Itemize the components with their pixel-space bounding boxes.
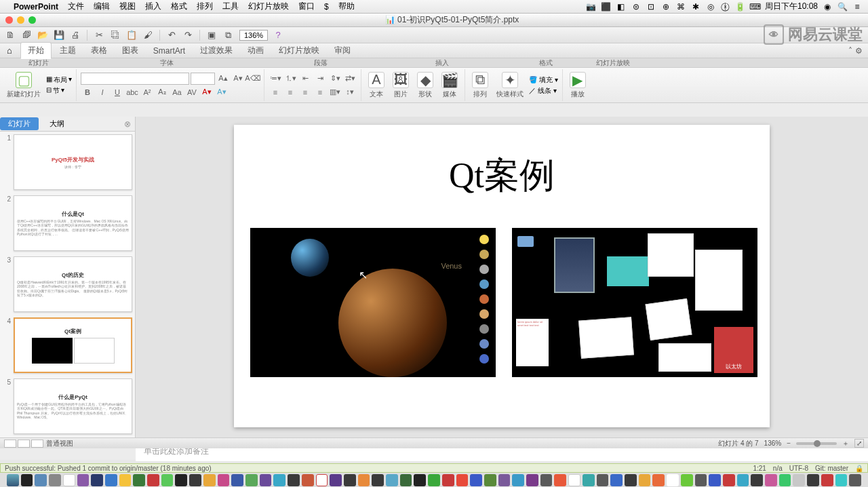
app-icon[interactable] <box>245 474 258 486</box>
app-icon[interactable] <box>189 474 201 486</box>
quickstyle-button[interactable]: ✦快速样式 <box>494 71 526 100</box>
highlight-button[interactable]: Aa <box>170 86 184 98</box>
app-icon[interactable] <box>260 474 272 486</box>
sorter-view-button[interactable] <box>18 440 30 448</box>
spotlight-icon[interactable]: 🔍 <box>837 1 848 12</box>
maximize-button[interactable] <box>28 16 36 24</box>
menu-tools[interactable]: 工具 <box>222 1 239 12</box>
app-icon[interactable] <box>610 474 623 486</box>
zoom-selector[interactable]: 136% <box>239 30 268 41</box>
fill-button[interactable]: 🪣 填充 ▾ <box>529 75 558 85</box>
status-icon[interactable]: ✱ <box>690 1 701 12</box>
paste-icon[interactable]: 📋 <box>125 29 138 41</box>
grow-font-icon[interactable]: A▴ <box>216 73 230 85</box>
bold-button[interactable]: B <box>81 86 94 98</box>
tab-review[interactable]: 审阅 <box>328 43 357 58</box>
play-button[interactable]: ▶播放 <box>567 71 589 100</box>
app-icon[interactable] <box>203 474 216 486</box>
copy-icon[interactable]: ⿻ <box>109 29 121 41</box>
app-icon[interactable] <box>470 474 482 486</box>
outdent-button[interactable]: ⇤ <box>298 73 312 85</box>
menu-arrange[interactable]: 排列 <box>197 1 213 12</box>
trash-icon[interactable] <box>849 474 861 486</box>
slide-title[interactable]: Qt案例 <box>234 152 770 199</box>
app-icon[interactable] <box>288 474 300 486</box>
undo-icon[interactable]: ↶ <box>165 29 178 41</box>
menu-insert[interactable]: 插入 <box>145 1 161 12</box>
cut-icon[interactable]: ✂ <box>93 29 105 41</box>
app-icon[interactable] <box>442 474 454 486</box>
settings-icon[interactable]: ⚙ <box>855 46 863 56</box>
thumbnails[interactable]: 1PyQt5开发与实战讲师：李宁 2什么是Qt使用C++语言编写的跨平台GUI库… <box>0 132 135 437</box>
app-name[interactable]: PowerPoint <box>14 2 58 12</box>
zoom-out-button[interactable]: − <box>787 440 791 447</box>
app-icon[interactable] <box>835 474 848 486</box>
picture-button[interactable]: 🖼图片 <box>390 71 412 100</box>
status-icon[interactable]: ⬛ <box>601 1 612 12</box>
save-icon[interactable]: 💾 <box>53 29 65 41</box>
app-icon[interactable] <box>639 474 651 486</box>
direction-button[interactable]: ⇄▾ <box>343 73 357 85</box>
menu-format[interactable]: 格式 <box>171 1 187 12</box>
new-icon[interactable]: 🗎 <box>4 29 16 41</box>
app-icon[interactable] <box>554 474 566 486</box>
menu-script[interactable]: $ <box>324 2 329 12</box>
format-painter-icon[interactable]: 🖌 <box>142 29 154 41</box>
menu-window[interactable]: 窗口 <box>298 1 315 12</box>
app-icon[interactable] <box>681 474 693 486</box>
text-button[interactable]: A文本 <box>366 71 387 100</box>
tab-animation[interactable]: 动画 <box>241 43 271 58</box>
underline-button[interactable]: U <box>111 86 124 98</box>
reading-view-button[interactable] <box>31 440 43 448</box>
battery-icon[interactable]: 🔋 <box>735 1 746 12</box>
calendar-icon[interactable] <box>63 474 75 486</box>
zoom-slider[interactable] <box>796 442 837 445</box>
print-icon[interactable]: 🖨 <box>69 29 81 41</box>
terminal-icon[interactable] <box>21 474 33 486</box>
app-icon[interactable] <box>161 474 174 486</box>
illustrator-icon[interactable] <box>358 474 370 486</box>
indent-button[interactable]: ⇥ <box>313 73 327 85</box>
bluetooth-icon[interactable]: ᚼ⃝ <box>720 1 731 12</box>
tab-slideshow[interactable]: 幻灯片放映 <box>272 43 326 58</box>
align-left-button[interactable]: ≡ <box>269 86 282 98</box>
tab-smartart[interactable]: SmartArt <box>146 44 192 58</box>
settings-icon[interactable] <box>49 474 61 486</box>
status-icon[interactable]: ⌘ <box>675 1 686 12</box>
media-button[interactable]: 🎬媒体 <box>439 71 460 100</box>
app-icon[interactable] <box>344 474 356 486</box>
status-icon[interactable]: ◎ <box>705 1 716 12</box>
spacing-button[interactable]: AV <box>185 86 199 98</box>
app-icon[interactable] <box>807 474 819 486</box>
app-icon[interactable] <box>386 474 398 486</box>
close-button[interactable] <box>5 16 13 24</box>
thumb-4[interactable]: Qt案例 <box>14 317 132 373</box>
strike-button[interactable]: abc <box>125 86 139 98</box>
app-icon[interactable] <box>147 474 159 486</box>
template-icon[interactable]: 🗊 <box>20 29 33 41</box>
app-icon[interactable] <box>625 474 637 486</box>
fit-button[interactable]: ⤢ <box>854 439 864 448</box>
app-icon[interactable] <box>540 474 553 486</box>
tab-theme[interactable]: 主题 <box>53 43 83 58</box>
status-icon[interactable]: ⊜ <box>631 1 642 12</box>
menu-file[interactable]: 文件 <box>68 1 84 12</box>
app-icon[interactable] <box>218 474 230 486</box>
app-icon[interactable] <box>568 474 580 486</box>
app-icon[interactable] <box>709 474 721 486</box>
app-icon[interactable] <box>105 474 117 486</box>
redo-icon[interactable]: ↷ <box>182 29 194 41</box>
fontcolor-button[interactable]: A▾ <box>200 86 214 98</box>
super-button[interactable]: A² <box>140 86 154 98</box>
ime-icon[interactable]: ⌨ <box>750 1 761 12</box>
section-button[interactable]: ⊟节 ▾ <box>46 86 72 96</box>
app-icon[interactable] <box>751 474 763 486</box>
status-icon[interactable]: ⊡ <box>646 1 656 12</box>
app-icon[interactable] <box>779 474 791 486</box>
menu-help[interactable]: 帮助 <box>338 1 355 12</box>
unity-icon[interactable] <box>175 474 187 486</box>
finder-icon[interactable] <box>7 474 19 486</box>
thumb-3[interactable]: Qt的历史Qt最初是Haavard和Eirik于1991年开发的。第一个版本在1… <box>14 256 132 312</box>
open-icon[interactable]: 📂 <box>37 29 49 41</box>
app-icon[interactable] <box>231 474 243 486</box>
